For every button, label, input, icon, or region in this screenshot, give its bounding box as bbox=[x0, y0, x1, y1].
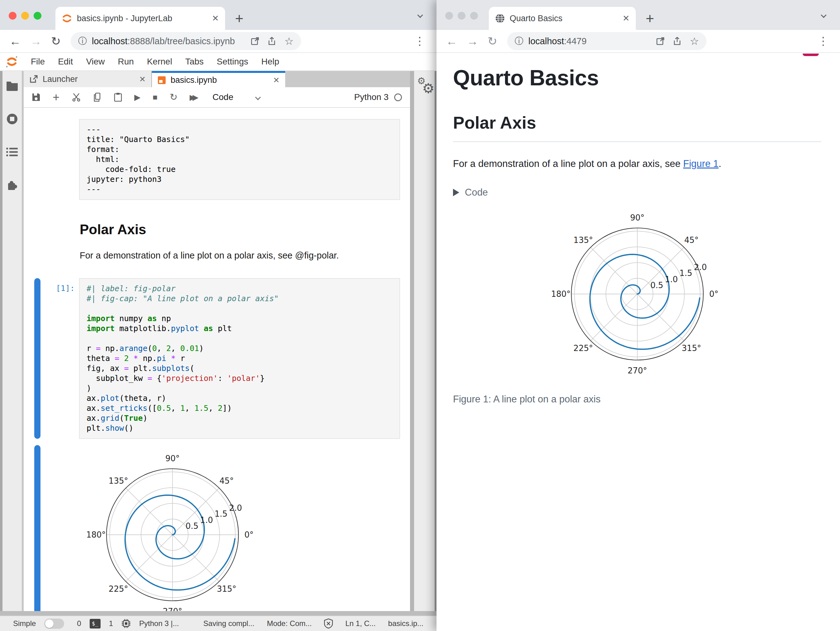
bookmark-star-icon[interactable]: ☆ bbox=[690, 36, 699, 46]
menu-view[interactable]: View bbox=[79, 57, 111, 66]
stop-button[interactable]: ■ bbox=[153, 93, 158, 101]
simple-mode-toggle[interactable] bbox=[44, 618, 64, 629]
kernel-status-text[interactable]: Python 3 |... bbox=[139, 619, 179, 628]
url-omnibox[interactable]: ⓘ localhost:8888/lab/tree/basics.ipynb ☆ bbox=[71, 32, 301, 50]
menu-kernel[interactable]: Kernel bbox=[141, 57, 179, 66]
dock-tab-close-icon[interactable]: ✕ bbox=[139, 75, 146, 84]
notebook-panel[interactable]: --- title: "Quarto Basics" format: html:… bbox=[24, 108, 410, 611]
browser-tab[interactable]: Quarto Basics ✕ bbox=[489, 7, 636, 30]
site-info-icon[interactable]: ⓘ bbox=[78, 35, 87, 47]
menu-edit[interactable]: Edit bbox=[51, 57, 79, 66]
paste-cells-button[interactable] bbox=[114, 92, 122, 102]
cell-type-chevron-icon[interactable] bbox=[255, 94, 261, 100]
code-editor-lines: #| label: fig-polar#| fig-cap: "A line p… bbox=[87, 284, 393, 433]
minimize-window-button[interactable] bbox=[21, 12, 29, 20]
yaml-cell-editor[interactable]: --- title: "Quarto Basics" format: html:… bbox=[79, 119, 400, 200]
back-button[interactable]: ← bbox=[446, 35, 457, 47]
file-browser-icon[interactable] bbox=[6, 81, 18, 91]
share-icon[interactable] bbox=[267, 37, 276, 46]
browser-tab-strip: Quarto Basics ✕ + bbox=[436, 0, 840, 30]
tab-close-icon[interactable]: ✕ bbox=[622, 13, 630, 23]
dock-tab-notebook[interactable]: basics.ipynb ✕ bbox=[152, 71, 285, 87]
svg-text:180°: 180° bbox=[551, 289, 570, 299]
code-cell[interactable]: [1]: #| label: fig-polar#| fig-cap: "A l… bbox=[24, 278, 400, 439]
section-divider bbox=[453, 141, 821, 142]
new-tab-button[interactable]: + bbox=[646, 10, 654, 27]
output-cell: 0°45°90°135°180°225°270°315°0.51.01.52.0 bbox=[24, 445, 400, 611]
running-sessions-icon[interactable] bbox=[6, 113, 18, 125]
browser-menu-icon[interactable]: ⋮ bbox=[818, 35, 829, 47]
terminal-icon[interactable]: $_ bbox=[90, 619, 101, 628]
add-cell-button[interactable]: + bbox=[53, 91, 60, 103]
code-fold-toggle[interactable]: Code bbox=[453, 187, 821, 198]
svg-text:1.5: 1.5 bbox=[215, 509, 227, 519]
yaml-cell[interactable]: --- title: "Quarto Basics" format: html:… bbox=[24, 119, 400, 200]
tab-search-chevron-icon[interactable] bbox=[417, 12, 423, 18]
share-icon[interactable] bbox=[673, 37, 682, 46]
bookmark-star-icon[interactable]: ☆ bbox=[284, 36, 294, 46]
output-collapser[interactable] bbox=[34, 445, 41, 611]
mode-indicator[interactable]: Mode: Com... bbox=[267, 619, 312, 628]
figure-link[interactable]: Figure 1 bbox=[683, 158, 718, 169]
jupyter-favicon-icon bbox=[62, 13, 72, 24]
code-fold-label: Code bbox=[465, 187, 488, 198]
svg-text:225°: 225° bbox=[573, 343, 593, 353]
notebook-file-icon bbox=[158, 76, 166, 84]
url-omnibox[interactable]: ⓘ localhost:4479 ☆ bbox=[507, 32, 706, 50]
restart-kernel-button[interactable]: ↻ bbox=[170, 92, 177, 102]
zoom-window-button[interactable] bbox=[470, 12, 478, 20]
quarto-preview-window: Quarto Basics ✕ + ← → ↻ ⓘ localhost:4479 bbox=[436, 0, 840, 631]
cell-type-dropdown[interactable]: Code bbox=[213, 92, 234, 102]
cell-collapser[interactable] bbox=[34, 216, 41, 261]
dock-tab-launcher[interactable]: Launcher ✕ bbox=[24, 71, 152, 87]
reload-button[interactable]: ↻ bbox=[488, 35, 497, 47]
statusbar-filename: basics.ip... bbox=[388, 619, 423, 628]
kernels-count[interactable]: 1 bbox=[109, 619, 113, 628]
back-button[interactable]: ← bbox=[9, 35, 21, 47]
copy-cells-button[interactable] bbox=[93, 92, 102, 102]
kernel-status-icon[interactable] bbox=[394, 93, 402, 101]
minimize-window-button[interactable] bbox=[458, 12, 466, 20]
cursor-position[interactable]: Ln 1, C... bbox=[345, 619, 376, 628]
close-window-button[interactable] bbox=[445, 12, 453, 20]
menu-settings[interactable]: Settings bbox=[210, 57, 255, 66]
zoom-window-button[interactable] bbox=[34, 12, 41, 20]
open-in-new-icon[interactable] bbox=[251, 37, 259, 46]
save-button[interactable] bbox=[32, 93, 41, 101]
menu-tabs[interactable]: Tabs bbox=[179, 57, 210, 66]
profile-avatar-indicator[interactable] bbox=[803, 54, 819, 56]
svg-text:1.0: 1.0 bbox=[665, 275, 677, 284]
kernel-name-label[interactable]: Python 3 bbox=[354, 92, 388, 102]
svg-text:90°: 90° bbox=[630, 213, 644, 222]
svg-text:0.5: 0.5 bbox=[186, 521, 198, 531]
tab-close-icon[interactable]: ✕ bbox=[212, 13, 219, 23]
reload-button[interactable]: ↻ bbox=[51, 35, 61, 47]
new-tab-button[interactable]: + bbox=[235, 10, 243, 27]
table-of-contents-icon[interactable] bbox=[6, 147, 18, 157]
menu-run[interactable]: Run bbox=[112, 57, 141, 66]
markdown-cell[interactable]: Polar Axis For a demonstration of a line… bbox=[24, 216, 400, 261]
menu-file[interactable]: File bbox=[24, 57, 51, 66]
dock-tab-label: Launcher bbox=[43, 74, 78, 84]
dock-tab-close-icon[interactable]: ✕ bbox=[273, 76, 279, 85]
menu-help[interactable]: Help bbox=[255, 57, 286, 66]
forward-button[interactable]: → bbox=[467, 35, 478, 47]
svg-text:315°: 315° bbox=[217, 584, 236, 594]
cell-collapser[interactable] bbox=[34, 278, 41, 439]
tab-search-chevron-icon[interactable] bbox=[821, 12, 826, 18]
terminals-count[interactable]: 0 bbox=[77, 619, 81, 628]
code-editor[interactable]: #| label: fig-polar#| fig-cap: "A line p… bbox=[79, 278, 400, 439]
launcher-icon bbox=[29, 75, 38, 84]
browser-menu-icon[interactable]: ⋮ bbox=[414, 35, 425, 47]
site-info-icon[interactable]: ⓘ bbox=[515, 35, 523, 47]
cell-collapser[interactable] bbox=[34, 119, 41, 200]
close-window-button[interactable] bbox=[9, 12, 16, 20]
forward-button[interactable]: → bbox=[30, 35, 42, 47]
run-button[interactable]: ▶ bbox=[134, 93, 141, 101]
browser-tab[interactable]: basics.ipynb - JupyterLab ✕ bbox=[55, 7, 225, 30]
run-all-button[interactable]: ▶▶ bbox=[189, 93, 198, 101]
extension-manager-icon[interactable] bbox=[6, 179, 19, 192]
open-in-new-icon[interactable] bbox=[656, 37, 665, 46]
markdown-paragraph: For a demonstration of a line plot on a … bbox=[80, 250, 400, 261]
cut-cells-button[interactable] bbox=[72, 92, 81, 102]
